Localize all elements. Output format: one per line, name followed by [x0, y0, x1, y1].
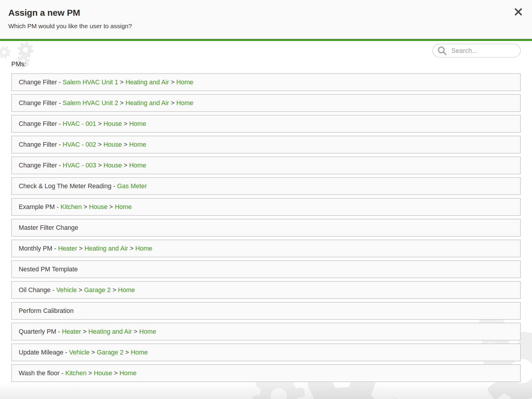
pm-list-item[interactable]: Master Filter Change — [11, 219, 521, 237]
path-segment: Home — [131, 349, 148, 356]
path-separator: > — [96, 141, 103, 148]
path-separator: > — [132, 328, 139, 335]
path-separator: > — [169, 79, 176, 86]
path-segment: Heating and Air — [125, 79, 169, 86]
path-segment: Heating and Air — [88, 328, 132, 335]
path-separator: > — [122, 120, 129, 128]
path-segment: Salem HVAC Unit 1 — [63, 79, 118, 86]
path-segment: Home — [129, 141, 146, 148]
path-segment: House — [89, 203, 107, 211]
path-segment: HVAC - 003 — [63, 162, 96, 169]
path-separator: > — [90, 349, 97, 356]
path-separator: > — [111, 286, 118, 294]
path-segment: Home — [129, 162, 146, 169]
pm-list-item[interactable]: Quarterly PM - Heater > Heating and Air … — [11, 323, 521, 341]
modal-subtitle: Which PM would you like the user to assi… — [8, 23, 132, 30]
path-separator: > — [77, 245, 85, 252]
path-separator: > — [118, 99, 125, 107]
path-segment: Garage 2 — [84, 286, 111, 294]
path-separator: > — [81, 328, 88, 335]
path-segment: Gas Meter — [117, 183, 147, 190]
path-separator: > — [128, 245, 136, 252]
path-segment: Home — [176, 79, 193, 86]
pm-list: Change Filter - Salem HVAC Unit 1 > Heat… — [11, 73, 521, 385]
pm-list-item[interactable]: Example PM - Kitchen > House > Home — [11, 198, 521, 216]
path-segment: Home — [118, 286, 135, 294]
path-segment: HVAC - 002 — [63, 141, 96, 148]
path-separator: > — [169, 99, 176, 107]
pm-name: Change Filter - — [19, 162, 63, 169]
pm-list-item[interactable]: Change Filter - Salem HVAC Unit 1 > Heat… — [11, 73, 521, 91]
path-separator: > — [118, 79, 125, 86]
path-separator: > — [112, 370, 120, 377]
path-separator: > — [107, 203, 115, 211]
pm-list-item[interactable]: Oil Change - Vehicle > Garage 2 > Home — [11, 281, 521, 299]
pm-name: Change Filter - — [19, 79, 63, 86]
path-segment: House — [103, 120, 122, 128]
pm-list-item[interactable]: Update Mileage - Vehicle > Garage 2 > Ho… — [11, 343, 521, 361]
path-segment: Kitchen — [65, 370, 87, 377]
close-button[interactable] — [511, 5, 525, 19]
path-segment: Heater — [58, 245, 77, 252]
pm-name: Change Filter - — [19, 141, 63, 148]
modal-title: Assign a new PM — [8, 8, 80, 18]
pm-name: Oil Change - — [19, 286, 56, 294]
path-separator: > — [82, 203, 89, 211]
path-segment: Heating and Air — [125, 99, 169, 107]
pm-list-item[interactable]: Monthly PM - Heater > Heating and Air > … — [11, 240, 521, 257]
path-segment: House — [103, 162, 122, 169]
pm-name: Change Filter - — [19, 99, 63, 107]
pm-name: Example PM - — [19, 203, 60, 211]
pm-list-item[interactable]: Change Filter - Salem HVAC Unit 2 > Heat… — [11, 94, 521, 112]
pm-name: Quarterly PM - — [19, 328, 62, 335]
path-segment: Garage 2 — [97, 349, 124, 356]
pm-list-item[interactable]: Change Filter - HVAC - 001 > House > Hom… — [11, 115, 521, 133]
pm-list-item[interactable]: Check & Log The Meter Reading - Gas Mete… — [11, 177, 521, 195]
pm-list-item[interactable]: Nested PM Template — [11, 260, 521, 278]
search-input[interactable] — [432, 44, 521, 58]
pm-name: Master Filter Change — [19, 224, 78, 232]
path-segment: Home — [129, 120, 146, 128]
path-segment: House — [94, 370, 112, 377]
path-segment: Heating and Air — [85, 245, 128, 252]
pm-name: Wash the floor - — [19, 370, 65, 377]
pm-list-item[interactable]: Wash the floor - Kitchen > House > Home — [11, 364, 521, 382]
close-icon — [514, 7, 523, 16]
pms-label: PMs: — [11, 60, 26, 68]
path-segment: Home — [176, 99, 193, 107]
path-segment: Home — [139, 328, 156, 335]
path-separator: > — [77, 286, 84, 294]
pm-list-item[interactable]: Change Filter - HVAC - 002 > House > Hom… — [11, 136, 521, 153]
path-segment: Home — [120, 370, 136, 377]
modal-header: Assign a new PM Which PM would you like … — [0, 0, 532, 41]
search-box — [432, 44, 521, 58]
path-segment: Home — [115, 203, 132, 211]
path-segment: Vehicle — [56, 286, 77, 294]
pm-name: Change Filter - — [19, 120, 63, 128]
path-segment: House — [103, 141, 122, 148]
path-segment: Home — [135, 245, 152, 252]
path-separator: > — [122, 141, 129, 148]
pm-name: Monthly PM - — [19, 245, 58, 252]
path-separator: > — [123, 349, 131, 356]
path-separator: > — [96, 162, 103, 169]
path-segment: Vehicle — [69, 349, 90, 356]
path-separator: > — [122, 162, 129, 169]
pm-list-item[interactable]: Perform Calibration — [11, 302, 521, 320]
pm-name: Update Mileage - — [19, 349, 69, 356]
path-segment: Kitchen — [60, 203, 82, 211]
path-separator: > — [87, 370, 94, 377]
assign-pm-modal: { "modal": { "title": "Assign a new PM",… — [0, 0, 532, 399]
pm-name: Check & Log The Meter Reading - — [19, 183, 117, 190]
pm-name: Nested PM Template — [19, 266, 78, 273]
pm-name: Perform Calibration — [19, 307, 74, 315]
pm-list-item[interactable]: Change Filter - HVAC - 003 > House > Hom… — [11, 156, 521, 174]
path-segment: HVAC - 001 — [63, 120, 96, 128]
path-separator: > — [96, 120, 103, 128]
path-segment: Salem HVAC Unit 2 — [63, 99, 118, 107]
path-segment: Heater — [62, 328, 81, 335]
